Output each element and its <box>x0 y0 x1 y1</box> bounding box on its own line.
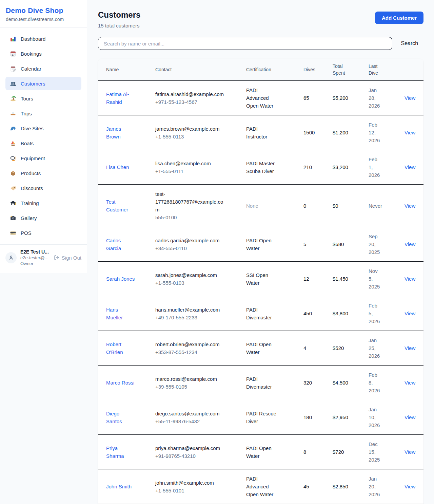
last-dive-cell: Feb 1, 2026 <box>369 150 392 184</box>
sidebar-item-tours[interactable]: Tours <box>5 92 81 105</box>
column-header-certification: Certification <box>246 62 303 77</box>
person-icon <box>8 255 14 261</box>
dives-cell: 8 <box>303 443 333 461</box>
contact-cell: diego.santos@example.com +55-11-99876-54… <box>155 404 246 431</box>
sidebar-item-label: Bookings <box>21 51 42 57</box>
dives-cell: 450 <box>303 304 333 323</box>
graduation-cap-icon <box>10 200 16 206</box>
customer-name-link[interactable]: John Smith <box>106 483 132 490</box>
sidebar-item-equipment[interactable]: Equipment <box>5 151 81 165</box>
add-customer-button[interactable]: Add Customer <box>375 12 423 24</box>
certification-cell: PADI Divemaster <box>246 300 287 327</box>
svg-text:17: 17 <box>12 53 15 56</box>
dives-cell: 320 <box>303 373 333 392</box>
sidebar-item-bookings[interactable]: 17 Bookings <box>5 47 81 60</box>
table-row: Lisa Chen lisa.chen@example.com +1-555-0… <box>98 150 423 185</box>
customer-email: diego.santos@example.com <box>155 410 227 417</box>
customer-email: test-1772681807767@example.com <box>155 190 227 213</box>
customer-phone: +1-555-0111 <box>155 167 237 175</box>
sidebar-item-training[interactable]: Training <box>5 196 81 210</box>
wave-icon <box>10 125 16 132</box>
column-header-contact: Contact <box>155 62 246 77</box>
customer-name-link[interactable]: James Brown <box>106 125 136 141</box>
customer-name-link[interactable]: Test Customer <box>106 198 136 213</box>
customer-name-link[interactable]: Lisa Chen <box>106 163 129 171</box>
customer-name-link[interactable]: Marco Rossi <box>106 379 134 387</box>
certification-cell: PADI Open Water <box>246 439 287 465</box>
table-row: Priya Sharma priya.sharma@example.com +9… <box>98 435 423 469</box>
view-link[interactable]: View <box>405 203 415 209</box>
contact-cell: marco.rossi@example.com +39-555-0105 <box>155 370 246 396</box>
certification-cell: None <box>246 197 287 215</box>
view-link[interactable]: View <box>405 484 415 489</box>
view-link[interactable]: View <box>405 345 415 351</box>
view-link[interactable]: View <box>405 449 415 455</box>
dives-cell: 180 <box>303 408 333 427</box>
table-row: Carlos Garcia carlos.garcia@example.com … <box>98 227 423 262</box>
certification-cell: PADI Instructor <box>246 119 287 146</box>
search-input[interactable] <box>98 37 392 50</box>
customer-name-cell: Hans Mueller <box>106 300 155 327</box>
customer-name-cell: Fatima Al-Rashid <box>106 85 155 111</box>
view-link[interactable]: View <box>405 414 415 420</box>
user-info: E2E Test U... e2e-tester@... Owner <box>20 249 49 266</box>
search-button[interactable]: Search <box>401 40 424 46</box>
tag-icon <box>10 185 16 191</box>
view-cell: View <box>405 373 415 392</box>
contact-cell: hans.mueller@example.com +49-170-555-223… <box>155 300 246 327</box>
table-header-row: Name Contact Certification Dives Total S… <box>98 59 423 81</box>
last-dive-cell: Dec 15, 2025 <box>369 435 392 469</box>
view-link[interactable]: View <box>405 95 415 101</box>
customer-phone: +91-98765-43210 <box>155 452 237 460</box>
customer-email: carlos.garcia@example.com <box>155 237 227 244</box>
sidebar-item-dashboard[interactable]: Dashboard <box>5 32 81 45</box>
sign-out-label: Sign Out <box>62 255 81 261</box>
table-row: John Smith john.smith@example.com +1-555… <box>98 469 423 504</box>
customer-name-cell: John Smith <box>106 477 155 496</box>
contact-cell: test-1772681807767@example.com 555-0100 <box>155 185 246 227</box>
customer-phone: +55-11-99876-5432 <box>155 417 237 425</box>
customer-phone: +971-55-123-4567 <box>155 98 237 106</box>
sign-out-button[interactable]: Sign Out <box>54 255 81 261</box>
certification-cell: PADI Divemaster <box>246 370 287 396</box>
brand: Demo Dive Shop demo.test.divestreams.com <box>0 0 87 27</box>
customer-name-link[interactable]: Hans Mueller <box>106 306 136 321</box>
total-spent-cell: $4,500 <box>333 373 369 392</box>
view-cell: View <box>405 477 415 496</box>
sidebar-item-calendar[interactable]: Calendar <box>5 62 81 75</box>
user-role: Owner <box>20 261 49 266</box>
sidebar-item-trips[interactable]: Trips <box>5 107 81 120</box>
view-link[interactable]: View <box>405 130 415 135</box>
customer-email: fatima.alrashid@example.com <box>155 90 227 98</box>
sidebar-item-customers[interactable]: Customers <box>5 77 81 90</box>
sidebar-item-discounts[interactable]: Discounts <box>5 181 81 195</box>
sidebar-item-dive-sites[interactable]: Dive Sites <box>5 122 81 135</box>
customer-name-link[interactable]: Robert O'Brien <box>106 340 136 356</box>
customer-name-link[interactable]: Sarah Jones <box>106 275 135 283</box>
sidebar-item-products[interactable]: Products <box>5 166 81 180</box>
last-dive-cell: Feb 8, 2026 <box>369 366 392 400</box>
customer-name-link[interactable]: Carlos Garcia <box>106 237 136 252</box>
total-spent-cell: $680 <box>333 235 369 254</box>
camera-icon <box>10 215 16 221</box>
view-link[interactable]: View <box>405 276 415 282</box>
view-link[interactable]: View <box>405 380 415 386</box>
customer-name-link[interactable]: Diego Santos <box>106 410 136 425</box>
customer-phone: +49-170-555-2233 <box>155 314 237 321</box>
contact-cell: priya.sharma@example.com +91-98765-43210 <box>155 439 246 465</box>
view-link[interactable]: View <box>405 311 415 316</box>
view-cell: View <box>405 89 415 107</box>
total-spent-cell: $520 <box>333 339 369 357</box>
sidebar-item-boats[interactable]: Boats <box>5 136 81 150</box>
customer-name-link[interactable]: Fatima Al-Rashid <box>106 90 136 106</box>
view-link[interactable]: View <box>405 241 415 247</box>
dives-cell: 12 <box>303 269 333 288</box>
sidebar-item-gallery[interactable]: Gallery <box>5 211 81 225</box>
view-cell: View <box>405 197 415 215</box>
total-spent-cell: $1,450 <box>333 269 369 288</box>
view-cell: View <box>405 158 415 176</box>
view-link[interactable]: View <box>405 164 415 170</box>
customer-phone: 555-0100 <box>155 213 237 221</box>
customer-name-link[interactable]: Priya Sharma <box>106 444 136 460</box>
sidebar-item-pos[interactable]: POS <box>5 226 81 240</box>
